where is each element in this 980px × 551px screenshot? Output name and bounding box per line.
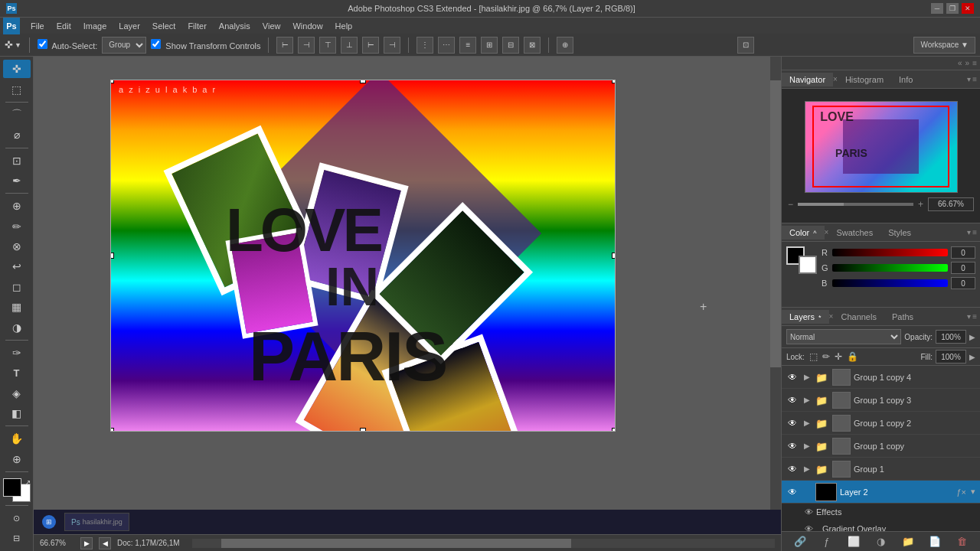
selection-handle-tl[interactable] (111, 80, 114, 83)
blend-mode-select[interactable]: Normal Multiply Screen (786, 329, 901, 344)
menu-window[interactable]: Window (286, 20, 328, 32)
show-transform-checkbox[interactable] (151, 39, 161, 49)
layers-options-icon[interactable]: ≡ (972, 312, 977, 321)
opacity-input[interactable] (936, 330, 966, 344)
align-center-v-button[interactable]: ⊢ (362, 37, 379, 54)
canvas-navigate-left[interactable]: ◀ (99, 537, 111, 549)
text-tool[interactable]: T (3, 364, 31, 382)
taskbar-item-1[interactable]: Ps hasilakhir.jpg (64, 513, 129, 531)
hand-tool[interactable]: ✋ (3, 429, 31, 448)
layer-style-button[interactable]: ƒ (819, 534, 835, 549)
green-value[interactable] (951, 262, 975, 274)
minimize-button[interactable]: ─ (931, 3, 943, 14)
eye-icon-gradient[interactable]: 👁 (805, 524, 813, 531)
auto-select-checkbox[interactable] (38, 39, 47, 49)
distribute-button4[interactable]: ⊞ (481, 37, 498, 54)
fill-input[interactable] (936, 350, 966, 364)
shape-tool[interactable]: ◧ (3, 404, 31, 422)
vertical-scrollbar[interactable] (770, 57, 781, 534)
color-swatches[interactable]: ↗ (3, 478, 31, 502)
lock-all-icon[interactable]: 🔒 (847, 351, 858, 362)
swatches-tab[interactable]: Swatches (828, 226, 880, 240)
align-top-button[interactable]: ⊥ (341, 37, 358, 54)
layer-group1copy3[interactable]: 👁 ▶ 📁 Group 1 copy 3 (782, 389, 980, 412)
layer-expand-down[interactable]: ▾ (971, 487, 975, 497)
bg-color-swatch[interactable] (799, 256, 817, 274)
lock-pixels-icon[interactable]: ✏ (822, 351, 830, 362)
selection-handle-br[interactable] (612, 428, 615, 431)
zoom-in-icon[interactable]: + (918, 199, 923, 210)
green-slider[interactable] (832, 264, 948, 272)
color-collapse-icon[interactable]: ▾ (967, 228, 971, 236)
eyedropper-tool[interactable]: ✒ (3, 171, 31, 190)
transform-button[interactable]: ⊕ (557, 37, 573, 54)
start-button[interactable]: ⊞ (40, 513, 58, 531)
menu-image[interactable]: Image (77, 20, 113, 32)
layer-group1copy[interactable]: 👁 ▶ 📁 Group 1 copy (782, 435, 980, 458)
layer-group1copy2[interactable]: 👁 ▶ 📁 Group 1 copy 2 (782, 412, 980, 435)
selection-handle-ml[interactable] (111, 253, 114, 259)
vis-icon-group1[interactable]: 👁 (786, 463, 799, 475)
distribute-button6[interactable]: ⊠ (524, 37, 541, 54)
distribute-v-button[interactable]: ⋯ (438, 37, 455, 54)
selection-handle-mr[interactable] (612, 253, 615, 259)
foreground-color[interactable] (3, 478, 21, 497)
distribute-button5[interactable]: ⊟ (502, 37, 519, 54)
blue-slider[interactable] (832, 279, 948, 287)
expand-icon[interactable]: » (965, 59, 970, 67)
vis-icon-layer2[interactable]: 👁 (786, 486, 799, 498)
vis-icon-group1copy2[interactable]: 👁 (786, 417, 799, 429)
auto-select-dropdown[interactable]: Group Layer (102, 37, 146, 54)
quick-mask-button[interactable]: ⊙ (3, 509, 31, 527)
zoom-slider[interactable] (798, 203, 913, 206)
delete-layer-button[interactable]: 🗑 (954, 534, 969, 549)
vis-icon-group1copy[interactable]: 👁 (786, 440, 799, 452)
layers-collapse-icon[interactable]: ▾ (967, 312, 971, 321)
selection-handle-bm[interactable] (360, 428, 366, 431)
zoom-input[interactable] (928, 197, 974, 211)
zoom-out-icon[interactable]: − (788, 199, 793, 210)
align-right-button[interactable]: ⊤ (319, 37, 336, 54)
healing-tool[interactable]: ⊕ (3, 197, 31, 215)
expand-group1copy2[interactable]: ▶ (802, 418, 812, 429)
menu-layer[interactable]: Layer (113, 20, 146, 32)
align-center-h-button[interactable]: ⊣ (298, 37, 315, 54)
menu-select[interactable]: Select (146, 20, 182, 32)
dodge-tool[interactable]: ◑ (3, 318, 31, 337)
tool-preset-button[interactable]: ⊡ (737, 37, 754, 54)
navigator-tab[interactable]: Navigator (782, 73, 833, 86)
crop-tool[interactable]: ⊡ (3, 151, 31, 169)
panel-menu-icon[interactable]: ≡ (972, 59, 977, 67)
pen-tool[interactable]: ✑ (3, 344, 31, 362)
distribute-h-button[interactable]: ⋮ (416, 37, 433, 54)
menu-help[interactable]: Help (329, 20, 359, 32)
align-left-button[interactable]: ⊢ (276, 37, 293, 54)
histogram-tab[interactable]: Histogram (838, 73, 891, 86)
red-value[interactable] (951, 246, 975, 259)
move-tool[interactable]: ✜ (3, 60, 31, 78)
expand-group1copy3[interactable]: ▶ (802, 395, 812, 406)
horizontal-scrollbar[interactable] (192, 539, 775, 548)
selection-handle-tm[interactable] (360, 80, 366, 83)
canvas-container[interactable]: LOVE IN PARIS a z i z u l a k b a r (110, 80, 616, 432)
workspace-button[interactable]: Workspace ▼ (913, 37, 975, 54)
distribute-button3[interactable]: ≡ (459, 37, 476, 54)
color-tab[interactable]: Color ^ (782, 226, 825, 240)
paths-tab[interactable]: Paths (884, 310, 921, 324)
new-group-button[interactable]: 📁 (900, 534, 916, 549)
styles-tab[interactable]: Styles (880, 226, 919, 240)
new-layer-button[interactable]: 📄 (927, 534, 942, 549)
zoom-tool[interactable]: ⊕ (3, 450, 31, 468)
menu-filter[interactable]: Filter (181, 20, 212, 32)
layer-group1copy4[interactable]: 👁 ▶ 📁 Group 1 copy 4 (782, 366, 980, 389)
opacity-arrow[interactable]: ▶ (969, 333, 975, 341)
switch-colors-icon[interactable]: ↗ (24, 478, 31, 487)
color-options-icon[interactable]: ≡ (972, 228, 977, 236)
layer-fx-icon[interactable]: ƒ× (956, 487, 966, 497)
magic-wand-tool[interactable]: ⌀ (3, 126, 31, 144)
gradient-tool[interactable]: ▦ (3, 298, 31, 316)
layer-layer2[interactable]: 👁 ▶ Layer 2 ƒ× ▾ (782, 481, 980, 504)
marquee-tool[interactable]: ⬚ (3, 80, 31, 98)
window-controls[interactable]: ─ ❐ ✕ (931, 3, 974, 14)
blue-value[interactable] (951, 277, 975, 289)
